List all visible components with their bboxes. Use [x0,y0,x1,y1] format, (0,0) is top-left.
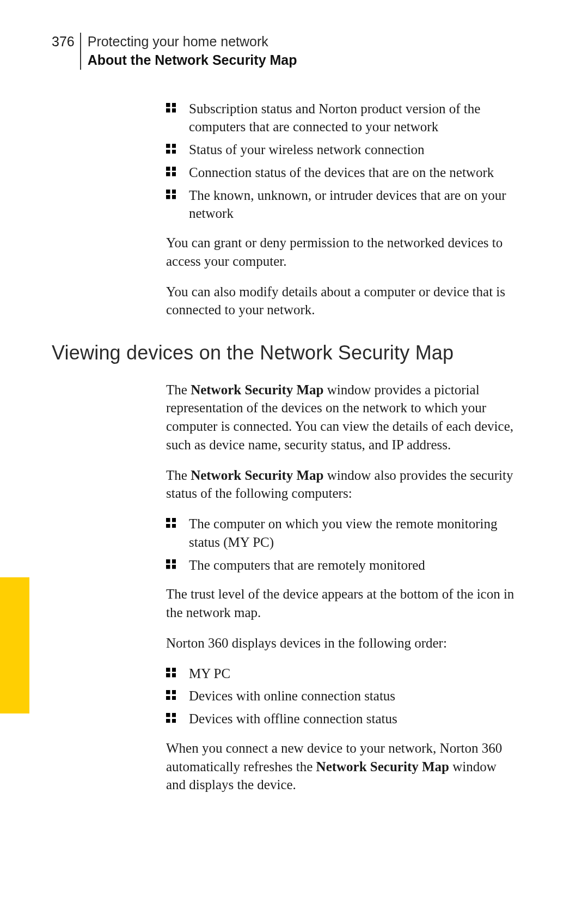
bold-term: Network Security Map [316,759,449,774]
list-item: Devices with online connection status [166,687,514,705]
page-number: 376 [52,33,80,51]
body-content: Subscription status and Norton product v… [166,100,514,795]
list-item: The known, unknown, or intruder devices … [166,186,514,223]
list-item: Devices with offline connection status [166,710,514,728]
page: 376 Protecting your home network About t… [0,0,588,915]
list-item: The computer on which you view the remot… [166,515,514,552]
device-order-list: MY PC Devices with online connection sta… [166,664,514,728]
security-status-list: The computer on which you view the remot… [166,515,514,574]
list-item: MY PC [166,664,514,683]
paragraph: The trust level of the device appears at… [166,585,514,622]
paragraph: The Network Security Map window provides… [166,381,514,454]
bold-term: Network Security Map [191,382,323,397]
bold-term: Network Security Map [191,468,323,483]
text-run: The [166,382,191,397]
list-item: Subscription status and Norton product v… [166,100,514,137]
paragraph: When you connect a new device to your ne… [166,739,514,794]
chapter-title: Protecting your home network [88,33,297,51]
paragraph: Norton 360 displays devices in the follo… [166,634,514,652]
yellow-side-tab [0,577,29,713]
list-item: Status of your wireless network connecti… [166,141,514,159]
list-item: Connection status of the devices that ar… [166,163,514,182]
paragraph: You can grant or deny permission to the … [166,234,514,271]
running-header: 376 Protecting your home network About t… [52,33,536,70]
intro-bullet-list: Subscription status and Norton product v… [166,100,514,223]
header-divider [80,33,81,70]
section-title: About the Network Security Map [88,51,297,70]
paragraph: The Network Security Map window also pro… [166,466,514,503]
text-run: The [166,468,191,483]
subheading: Viewing devices on the Network Security … [52,340,514,367]
list-item: The computers that are remotely monitore… [166,556,514,575]
header-titles: Protecting your home network About the N… [88,33,297,70]
paragraph: You can also modify details about a comp… [166,283,514,320]
